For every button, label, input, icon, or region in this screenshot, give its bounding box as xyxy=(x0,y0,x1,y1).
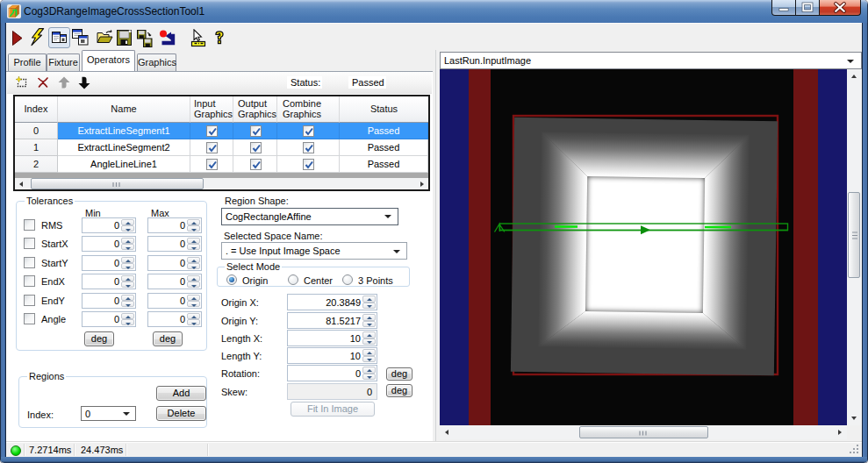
image-selector-combo[interactable]: LastRun.InputImage xyxy=(440,52,862,69)
angle-max-spinner[interactable]: 0 xyxy=(147,311,202,327)
close-button[interactable] xyxy=(820,0,861,16)
input-graphics-checkbox[interactable] xyxy=(206,159,218,170)
endy-max-spinner[interactable]: 0 xyxy=(147,293,202,309)
grid-hscrollbar[interactable] xyxy=(15,178,428,189)
origin-y-spinner[interactable]: 81.5217 xyxy=(287,312,377,329)
center-radio-label[interactable]: Center xyxy=(304,275,333,286)
spin-up-icon[interactable] xyxy=(187,219,200,225)
grid-col-name[interactable]: Name xyxy=(58,96,190,123)
center-radio[interactable] xyxy=(288,274,298,285)
spin-down-icon[interactable] xyxy=(362,356,376,363)
output-graphics-checkbox[interactable] xyxy=(250,159,262,170)
combine-graphics-checkbox[interactable] xyxy=(303,159,314,170)
tab-fixture[interactable]: Fixture xyxy=(47,53,80,71)
spin-up-icon[interactable] xyxy=(121,238,134,244)
endx-min-spinner[interactable]: 0 xyxy=(82,274,136,289)
spin-up-icon[interactable] xyxy=(121,257,134,263)
spin-down-icon[interactable] xyxy=(121,281,134,288)
spin-up-icon[interactable] xyxy=(187,295,200,301)
starty-max-spinner[interactable]: 0 xyxy=(147,255,202,271)
starty-min-spinner[interactable]: 0 xyxy=(82,255,136,271)
spin-down-icon[interactable] xyxy=(362,338,376,345)
panel-splitter[interactable] xyxy=(435,50,436,441)
rms-max-spinner[interactable]: 0 xyxy=(147,217,202,233)
save-as-icon[interactable] xyxy=(137,30,153,47)
spin-down-icon[interactable] xyxy=(121,225,134,232)
spin-up-icon[interactable] xyxy=(187,313,200,319)
spin-up-icon[interactable] xyxy=(121,275,134,281)
grid-cell-name[interactable]: AngleLineLine1 xyxy=(58,156,190,173)
region-index-combo[interactable]: 0 xyxy=(81,406,136,421)
origin-x-spinner[interactable]: 20.3849 xyxy=(287,294,377,310)
startx-checkbox[interactable] xyxy=(24,238,35,249)
spin-down-icon[interactable] xyxy=(187,301,200,307)
image-vscroll-down-arrow[interactable] xyxy=(851,417,857,420)
fit-in-image-button[interactable]: Fit In Image xyxy=(291,402,375,417)
grid-cell-index[interactable]: 0 xyxy=(15,123,58,139)
maximize-button[interactable] xyxy=(796,0,820,16)
endy-checkbox[interactable] xyxy=(24,295,35,306)
spin-down-icon[interactable] xyxy=(362,321,376,328)
minimize-button[interactable] xyxy=(771,0,796,16)
origin-radio[interactable] xyxy=(226,274,237,285)
spin-down-icon[interactable] xyxy=(187,263,200,269)
rotation-spinner[interactable]: 0 xyxy=(287,365,377,381)
spin-up-icon[interactable] xyxy=(362,331,376,338)
spin-down-icon[interactable] xyxy=(187,281,200,288)
length-x-spinner[interactable]: 10 xyxy=(287,330,377,346)
grid-hscroll-left-arrow[interactable] xyxy=(19,182,23,187)
spin-up-icon[interactable] xyxy=(121,313,134,319)
grid-col-combine-graphics[interactable]: Combine Graphics xyxy=(277,96,340,123)
startx-min-spinner[interactable]: 0 xyxy=(82,236,136,252)
spin-up-icon[interactable] xyxy=(187,257,200,263)
open-icon[interactable] xyxy=(97,30,114,45)
max-deg-button[interactable]: deg xyxy=(153,331,183,346)
grid-cell-status[interactable]: Passed xyxy=(340,156,428,173)
rms-checkbox[interactable] xyxy=(24,219,35,231)
rms-min-spinner[interactable]: 0 xyxy=(82,217,136,233)
spin-down-icon[interactable] xyxy=(362,303,376,310)
grid-hscroll-thumb[interactable] xyxy=(31,178,204,189)
grid-cell-index[interactable]: 2 xyxy=(15,156,58,173)
spin-down-icon[interactable] xyxy=(121,244,134,250)
spin-up-icon[interactable] xyxy=(362,314,376,321)
move-down-icon[interactable] xyxy=(77,76,91,89)
combine-graphics-checkbox[interactable] xyxy=(303,125,314,137)
spin-down-icon[interactable] xyxy=(121,263,134,269)
reset-icon[interactable] xyxy=(159,30,176,46)
endy-min-spinner[interactable]: 0 xyxy=(82,293,136,309)
min-deg-button[interactable]: deg xyxy=(84,331,114,346)
startx-max-spinner[interactable]: 0 xyxy=(147,236,202,252)
spin-down-icon[interactable] xyxy=(187,244,200,250)
tab-profile[interactable]: Profile xyxy=(8,53,47,71)
skew-deg-button[interactable]: deg xyxy=(386,384,412,397)
save-icon[interactable] xyxy=(117,30,132,46)
image-hscroll-thumb[interactable] xyxy=(579,426,708,438)
origin-radio-label[interactable]: Origin xyxy=(242,275,268,286)
output-graphics-checkbox[interactable] xyxy=(250,125,262,137)
customize-toolbar-icon[interactable] xyxy=(190,29,208,47)
length-y-spinner[interactable]: 10 xyxy=(287,347,377,364)
spin-down-icon[interactable] xyxy=(121,301,134,307)
grid-cell-status[interactable]: Passed xyxy=(340,139,428,156)
spin-up-icon[interactable] xyxy=(362,296,376,303)
combine-graphics-checkbox[interactable] xyxy=(303,142,314,153)
move-up-icon[interactable] xyxy=(57,76,71,89)
spin-down-icon[interactable] xyxy=(187,225,200,232)
resize-grip[interactable] xyxy=(850,445,860,455)
run-icon[interactable] xyxy=(12,31,23,46)
image-vscrollbar[interactable] xyxy=(847,69,862,425)
spin-up-icon[interactable] xyxy=(121,295,134,301)
output-graphics-checkbox[interactable] xyxy=(250,142,262,153)
spin-down-icon[interactable] xyxy=(362,374,376,381)
image-hscroll-left-arrow[interactable] xyxy=(445,430,448,435)
tab-graphics[interactable]: Graphics xyxy=(137,53,176,71)
input-graphics-checkbox[interactable] xyxy=(206,142,218,153)
grid-cell-name[interactable]: ExtractLineSegment1 xyxy=(58,123,190,139)
range-image-display[interactable] xyxy=(440,69,847,425)
grid-col-output-graphics[interactable]: Output Graphics xyxy=(233,96,277,123)
add-operator-icon[interactable] xyxy=(16,76,29,89)
spin-up-icon[interactable] xyxy=(362,349,376,356)
grid-cell-name[interactable]: ExtractLineSegment2 xyxy=(58,139,190,156)
spin-up-icon[interactable] xyxy=(187,238,200,244)
